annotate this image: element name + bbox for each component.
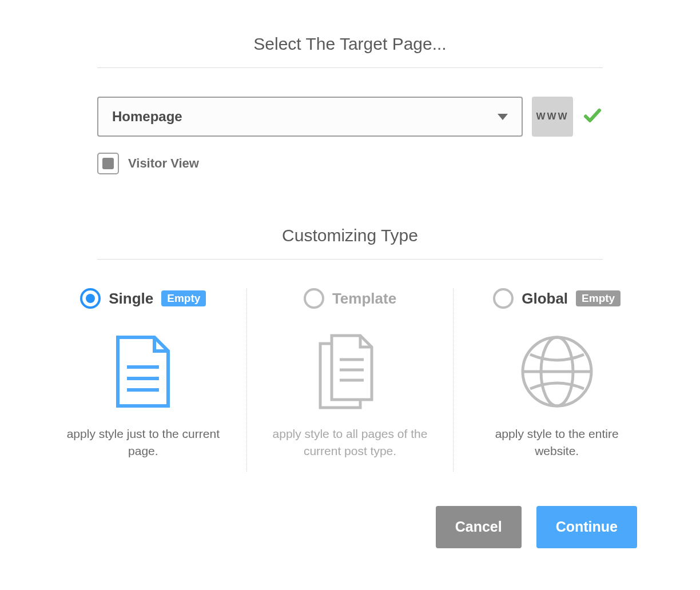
visitor-view-checkbox[interactable] — [97, 153, 119, 174]
type-single-desc: apply style just to the current page. — [51, 425, 235, 460]
page-select-value: Homepage — [112, 109, 182, 125]
type-global-badge: Empty — [576, 290, 621, 306]
radio-single[interactable] — [80, 288, 101, 309]
customizing-type-grid: Single Empty apply style just to the cur… — [40, 288, 660, 472]
type-template-header[interactable]: Template — [258, 288, 442, 309]
chevron-down-icon — [498, 114, 508, 120]
type-option-global: Global Empty apply style to the entire w… — [454, 288, 660, 472]
type-option-template: Template apply style to all pages of the… — [247, 288, 454, 472]
type-single-header[interactable]: Single Empty — [51, 288, 235, 309]
visitor-view-row: Visitor View — [97, 153, 603, 174]
radio-global[interactable] — [493, 288, 514, 309]
page-select[interactable]: Homepage — [97, 97, 523, 137]
type-global-header[interactable]: Global Empty — [465, 288, 649, 309]
type-template-label: Template — [332, 290, 396, 308]
visitor-view-label: Visitor View — [128, 156, 199, 171]
page-select-row: Homepage WWW — [97, 97, 603, 137]
type-option-single: Single Empty apply style just to the cur… — [40, 288, 247, 472]
globe-icon — [465, 332, 649, 412]
type-global-desc: apply style to the entire website. — [465, 425, 649, 460]
type-single-badge: Empty — [161, 290, 206, 306]
divider — [97, 67, 603, 68]
www-button[interactable]: WWW — [532, 97, 573, 137]
radio-dot-icon — [86, 294, 95, 303]
checkbox-checked-icon — [102, 158, 114, 169]
continue-button[interactable]: Continue — [536, 506, 637, 548]
documents-stack-icon — [258, 332, 442, 412]
type-global-label: Global — [522, 290, 568, 308]
cancel-button[interactable]: Cancel — [436, 506, 522, 548]
type-single-label: Single — [109, 290, 153, 308]
section-title-target-page: Select The Target Page... — [40, 34, 660, 54]
check-icon — [582, 105, 603, 128]
dialog-button-row: Cancel Continue — [40, 506, 660, 548]
section-title-customizing-type: Customizing Type — [40, 226, 660, 245]
radio-template[interactable] — [304, 288, 324, 309]
type-template-desc: apply style to all pages of the current … — [258, 425, 442, 460]
divider — [97, 259, 603, 260]
document-icon — [51, 332, 235, 412]
